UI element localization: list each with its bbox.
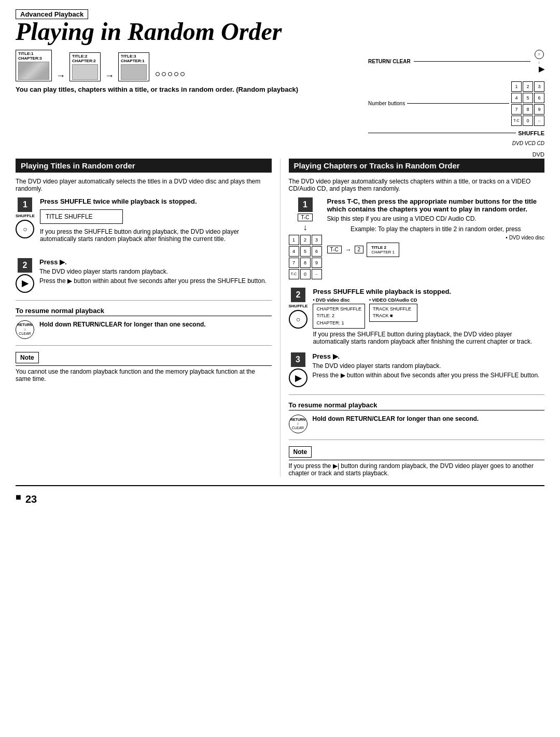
shuffle-button-right[interactable]: ○ [289,310,307,329]
num2-example: 2 [355,246,364,253]
number-buttons-label: Number buttons [368,101,405,106]
breadcrumb: Advanced Playback [16,10,544,18]
btn-5[interactable]: 5 [523,93,533,103]
intro-text: You can play titles, chapters within a t… [16,86,363,93]
disc1: TITLE:1 CHAPTER:3 [16,50,52,81]
arrow-example: → [345,246,352,253]
left-desc: The DVD video player automatically selec… [16,178,272,192]
step2-left-sub2: Press the ▶ button within about five sec… [39,277,272,285]
return-clear-icon-right[interactable]: RETURN ○ CLEAR [289,415,307,433]
step-2-left: 2 ▶ Press ▶. The DVD video player starts… [16,258,272,293]
step1-right-instruction: Press T-C, then press the appropriate nu… [327,197,545,213]
resume-title-right: To resume normal playback [289,401,545,410]
btn-tc[interactable]: T-C [511,116,522,126]
btn-dot[interactable]: ·· [534,116,544,126]
title-shuffle-display: TITLE SHUFFLE [40,209,123,224]
dvd-disc-label-right: • DVD video disc [313,297,365,303]
note-text-left: You cannot use the random playback funct… [16,368,272,382]
resume-section-left: To resume normal playback RETURN ○ CLEAR… [16,307,272,339]
step2-left-sub1: The DVD video player starts random playb… [39,268,272,275]
return-clear-label: RETURN/ CLEAR [368,59,411,64]
resume-instruction-left: Hold down RETURN/CLEAR for longer than o… [39,321,206,328]
step-num-2-left: 2 [18,258,32,273]
number-buttons: 1 2 3 4 5 6 7 8 9 T-C [511,80,544,127]
btn-1[interactable]: 1 [511,81,522,92]
btn-4[interactable]: 4 [511,93,522,103]
step-2-right: 2 SHUFFLE ○ Press SHUFFLE while playback… [289,288,545,346]
chapter-shuffle-display: CHAPTER SHUFFLE TITLE: 2 CHAPTER: 1 [313,304,365,329]
play-button-left[interactable]: ▶ [16,274,34,293]
play-button-right[interactable]: ▶ [289,368,307,387]
step-1-right: 1 T-C ↓ 1 2 3 4 5 6 7 [289,197,545,280]
shuffle-label: SHUFFLE [518,130,544,136]
step-num-1-right: 1 [298,197,313,212]
step1-right-example: Example: To play the chapters in title 2… [327,225,545,233]
step1-left-note: If you press the SHUFFLE button during p… [40,228,272,243]
disc3: TITLE:3 CHAPTER:1 [118,52,149,81]
dvd-video-disc-label: • DVD video disc [327,235,545,240]
btn-3[interactable]: 3 [534,81,544,92]
shuffle-label-right: SHUFFLE [289,304,308,308]
return-clear-icon-left[interactable]: RETURN ○ CLEAR [16,320,34,339]
disc-diagram: TITLE:1 CHAPTER:3 → TITLE:2 CHAPTER:2 → … [16,50,363,81]
step-num-2-right: 2 [291,288,305,302]
step3-right-sub1: The DVD video player starts random playb… [313,362,545,370]
note-section-left: Note You cannot use the random playback … [16,352,272,382]
page-number: 23 [25,493,37,505]
shuffle-btn-label: SHUFFLE [16,214,35,218]
vcd-label-right: • VIDEO CD/Audio CD [369,297,417,303]
number-grid-right: 1 2 3 4 5 6 7 8 9 T-C [289,234,322,280]
step2-right-instruction: Press SHUFFLE while playback is stopped. [313,288,544,295]
step-1-left: 1 SHUFFLE ○ Press SHUFFLE twice while pl… [16,197,272,243]
title-display-right: TITLE 2 CHAPTER 1 [367,243,399,257]
btn-8[interactable]: 8 [523,104,533,115]
page-title: Playing in Random Order [16,18,544,46]
btn-2[interactable]: 2 [523,81,533,92]
btn-0[interactable]: 0 [523,116,533,126]
note-text-right: If you press the ▶| button during random… [289,462,545,477]
right-desc: The DVD video player automatically selec… [289,178,545,192]
resume-title-left: To resume normal playback [16,307,272,316]
step3-right-sub2: Press the ▶ button within about five sec… [313,372,545,379]
tc-button[interactable]: T-C [298,214,312,221]
step-num-3-right: 3 [291,352,305,367]
example-row: T-C → 2 TITLE 2 CHAPTER 1 [327,243,545,257]
btn-9[interactable]: 9 [534,104,544,115]
step3-right-instruction: Press ▶. [313,352,545,360]
resume-section-right: To resume normal playback RETURN ○ CLEAR… [289,401,545,433]
btn-6[interactable]: 6 [534,93,544,103]
note-label-right: Note [289,446,312,458]
dvd-vcd-cd-label: DVD VCD CD [512,140,544,146]
return-clear-button[interactable]: ○ [535,50,544,59]
resume-instruction-right: Hold down RETURN/CLEAR for longer than o… [313,415,479,422]
step2-right-note: If you press the SHUFFLE button during p… [313,331,544,345]
shuffle-button-left[interactable]: ○ [16,220,34,238]
step-3-right: 3 ▶ Press ▶. The DVD video player starts… [289,352,545,387]
step1-left-instruction: Press SHUFFLE twice while playback is st… [40,197,272,205]
note-label-left: Note [16,352,39,363]
track-shuffle-display: TRACK SHUFFLE TRACK ■ [369,304,417,322]
step-num-1-left: 1 [18,197,32,212]
note-section-right: Note If you press the ▶| button during r… [289,446,545,477]
step1-right-skip: Skip this step if you are using a VIDEO … [327,215,545,222]
left-section-header: Playing Titles in Random order [16,159,272,173]
remote-diagram: RETURN/ CLEAR ○ ↓ ▶ Number buttons 1 2 [368,50,544,146]
tc-example: T-C [327,246,342,253]
btn-7[interactable]: 7 [511,104,522,115]
disc2: TITLE:2 CHAPTER:2 [69,52,101,81]
right-section-header: Playing Chapters or Tracks in Random Ord… [289,159,545,173]
dvd-label: DVD [16,151,544,158]
step2-left-instruction: Press ▶. [39,258,272,266]
